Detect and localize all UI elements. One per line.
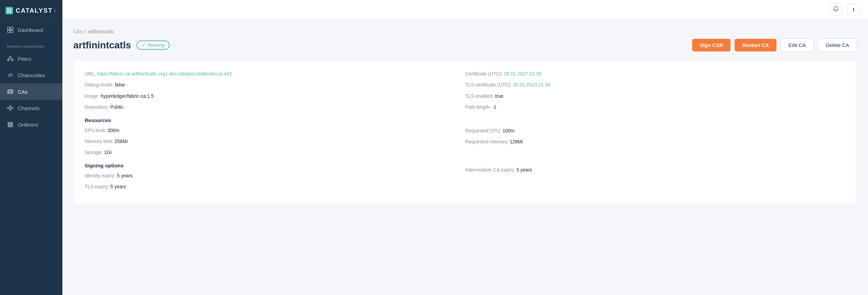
storage-label: Storage: xyxy=(85,150,103,155)
svg-point-9 xyxy=(8,59,9,61)
chaincodes-label: Chaincodes xyxy=(18,72,45,78)
sidebar-header: CATALYST ‹ xyxy=(0,0,62,22)
signing-title: Signing options xyxy=(85,163,465,168)
tls-enabled-row: TLS enabled: true xyxy=(465,92,846,100)
orderers-label: Orderers xyxy=(18,122,38,128)
sidebar-item-dashboard[interactable]: Dashboard xyxy=(0,22,62,38)
svg-point-17 xyxy=(8,107,9,109)
dashboard-label: Dashboard xyxy=(18,27,43,33)
detail-col-left: URL: https://fabric-ca-artfinintcatls.or… xyxy=(85,70,465,194)
req-cpu-label: Requested CPU: xyxy=(465,128,501,133)
topbar: I xyxy=(62,0,868,19)
sidebar-item-orderers[interactable]: Orderers xyxy=(0,116,62,133)
path-length-label: Path length: xyxy=(465,104,491,110)
req-memory-value: 128Mi xyxy=(510,139,523,144)
image-row: Image: hyperledger/fabric-ca:1.5 xyxy=(85,92,465,100)
identity-expiry-row: Identity expiry: 5 years xyxy=(85,172,465,179)
svg-point-18 xyxy=(10,106,11,107)
tls-expiry-label: TLS expiry: xyxy=(85,184,109,189)
identity-expiry-label: Identity expiry: xyxy=(85,173,116,178)
restart-ca-button[interactable]: Restart CA xyxy=(735,39,776,51)
status-badge: ✓ Running xyxy=(136,40,170,50)
memory-limit-label: Memory limit: xyxy=(85,139,113,144)
intermediate-ca-label: Intermediate CA expiry: xyxy=(465,167,515,173)
tls-expiry-value: 5 years xyxy=(110,184,126,189)
req-cpu-value: 100m xyxy=(503,128,515,133)
certificate-value[interactable]: 29.01.2027 21:39 xyxy=(504,71,541,76)
logo-text: CATALYST xyxy=(16,7,53,14)
tls-enabled-label: TLS enabled: xyxy=(465,93,494,99)
user-icon: I xyxy=(853,7,854,12)
svg-rect-0 xyxy=(7,9,9,10)
page-content: CAs / artfinintcatls artfinintcatls ✓ Ru… xyxy=(62,19,868,295)
channels-label: Channels xyxy=(18,105,39,111)
detail-card: URL: https://fabric-ca-artfinintcatls.or… xyxy=(73,60,857,204)
orderers-icon xyxy=(7,121,14,128)
req-cpu-row: Requested CPU: 100m xyxy=(465,127,846,134)
url-value[interactable]: https://fabric-ca-artfinintcatls.org1.de… xyxy=(97,71,232,76)
repository-value: Public xyxy=(110,104,123,110)
tls-cert-label: TLS certificate (UTC): xyxy=(465,82,511,87)
cpu-limit-label: CPU limit: xyxy=(85,128,106,133)
certificate-row: Certificate (UTC): 29.01.2027 21:39 xyxy=(465,70,846,78)
cpu-limit-value: 300m xyxy=(107,128,119,133)
sidebar-logo: CATALYST xyxy=(5,7,53,14)
identity-expiry-value: 5 years xyxy=(117,173,133,178)
network-components-label: Network components xyxy=(0,38,62,50)
path-length-value: -1 xyxy=(492,104,496,110)
user-button[interactable]: I xyxy=(847,3,860,16)
path-length-row: Path length: -1 xyxy=(465,103,846,111)
page-title: artfinintcatls xyxy=(73,40,131,51)
dashboard-icon xyxy=(7,26,14,33)
url-row: URL: https://fabric-ca-artfinintcatls.or… xyxy=(85,70,465,78)
image-label: Image: xyxy=(85,93,99,99)
peers-label: Peers xyxy=(18,56,31,62)
edit-ca-button[interactable]: Edit CA xyxy=(781,38,814,52)
status-label: Running xyxy=(148,43,164,48)
tls-cert-value[interactable]: 30.01.2023 21:34 xyxy=(513,82,550,87)
sidebar-item-cas[interactable]: CAs xyxy=(0,83,62,100)
resources-title: Resources xyxy=(85,117,465,123)
url-label: URL: xyxy=(85,71,96,76)
breadcrumb-current: artfinintcatls xyxy=(88,29,113,34)
svg-point-20 xyxy=(10,109,11,110)
delete-ca-button[interactable]: Delete CA xyxy=(818,38,857,52)
debug-label: Debug mode: xyxy=(85,82,113,87)
intermediate-ca-value: 5 years xyxy=(516,167,532,173)
page-header: artfinintcatls ✓ Running Sign CSR Restar… xyxy=(73,38,857,52)
svg-point-19 xyxy=(12,107,13,109)
sidebar-item-channels[interactable]: Channels xyxy=(0,100,62,116)
memory-limit-value: 256Mi xyxy=(114,139,128,144)
breadcrumb-separator: / xyxy=(84,29,86,34)
tls-expiry-row: TLS expiry: 5 years xyxy=(85,183,465,190)
cpu-limit-row: CPU limit: 300m xyxy=(85,127,465,134)
svg-point-8 xyxy=(9,57,12,59)
bell-icon xyxy=(833,6,839,13)
sign-csr-button[interactable]: Sign CSR xyxy=(692,39,731,51)
check-icon: ✓ xyxy=(142,43,146,48)
notifications-button[interactable] xyxy=(830,3,842,16)
image-value: hyperledger/fabric-ca:1.5 xyxy=(101,93,154,99)
sidebar-item-peers[interactable]: Peers xyxy=(0,50,62,67)
storage-value: 1Gi xyxy=(104,150,112,155)
detail-grid: URL: https://fabric-ca-artfinintcatls.or… xyxy=(85,70,846,194)
svg-rect-1 xyxy=(10,9,11,10)
peers-icon xyxy=(7,55,14,62)
channels-icon xyxy=(7,105,14,111)
repository-row: Repository: Public xyxy=(85,103,465,111)
storage-row: Storage: 1Gi xyxy=(85,149,465,156)
breadcrumb-parent[interactable]: CAs xyxy=(73,29,82,34)
chaincodes-icon xyxy=(7,72,14,79)
debug-mode-row: Debug mode: false xyxy=(85,81,465,88)
svg-rect-25 xyxy=(8,124,13,125)
svg-point-10 xyxy=(12,59,13,61)
svg-rect-2 xyxy=(7,11,9,13)
svg-rect-5 xyxy=(11,27,13,30)
sidebar-item-chaincodes[interactable]: Chaincodes xyxy=(0,67,62,83)
tls-enabled-value: true xyxy=(495,93,503,99)
svg-rect-3 xyxy=(10,11,11,13)
sidebar: CATALYST ‹ Dashboard Network components xyxy=(0,0,62,295)
breadcrumb: CAs / artfinintcatls xyxy=(73,29,857,34)
tls-cert-row: TLS certificate (UTC): 30.01.2023 21:34 xyxy=(465,81,846,88)
sidebar-collapse-button[interactable]: ‹ xyxy=(53,6,57,15)
